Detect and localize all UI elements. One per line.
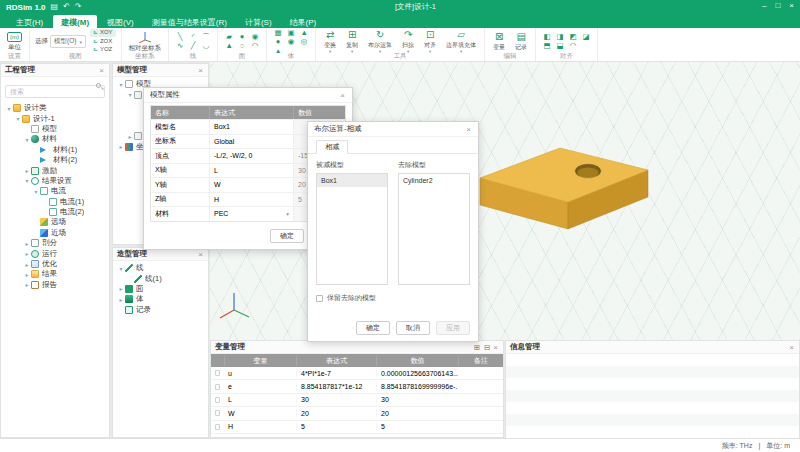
menu-tab[interactable]: 测量值与结果设置(R) — [144, 15, 235, 28]
expander-icon[interactable]: ▾ — [14, 115, 22, 122]
expander-icon[interactable]: ▸ — [117, 285, 125, 292]
expander-icon[interactable]: ▾ — [32, 188, 40, 195]
expander-icon[interactable]: ▾ — [117, 265, 125, 272]
property-expr-cell[interactable]: Global — [209, 135, 293, 149]
face-tool-icon[interactable]: ○ — [240, 42, 245, 50]
tree-item[interactable]: ▾ 电流 — [1, 186, 109, 196]
tool-button[interactable]: ↻ 布尔运算 ▾ — [365, 29, 395, 54]
solid-tool-icon[interactable]: ● — [276, 38, 281, 46]
expander-icon[interactable]: ▾ — [117, 81, 125, 88]
remove-model-list[interactable]: Cylinder2 — [398, 173, 470, 285]
table-row[interactable]: W 20 20 — [211, 407, 503, 420]
table-row[interactable]: L 30 30 — [211, 394, 503, 407]
close-icon[interactable]: × — [197, 66, 204, 75]
row-checkbox[interactable] — [215, 384, 220, 390]
edit-button[interactable]: ⊠ 变量 — [490, 31, 508, 52]
menu-tab[interactable]: 主页(H) — [8, 15, 51, 28]
line-tool-icon[interactable]: ∿ — [177, 42, 183, 50]
ok-button[interactable]: 确定 — [270, 229, 304, 243]
close-icon[interactable]: × — [788, 343, 795, 352]
menu-tab[interactable]: 视图(V) — [99, 15, 142, 28]
variable-expr-cell[interactable]: 4*PI*1e-7 — [296, 370, 376, 377]
solid-tool-icon[interactable]: ▲ — [300, 29, 307, 37]
variable-expr-cell[interactable]: 5 — [296, 423, 376, 430]
property-expr-cell[interactable]: PEC ▾ — [209, 207, 293, 221]
expander-icon[interactable]: ▾ — [23, 177, 31, 184]
expander-icon[interactable]: ▸ — [23, 271, 31, 278]
tree-item[interactable]: ▸ 剖分 — [1, 238, 109, 248]
tool-button[interactable]: ⊞ 复制 ▾ — [343, 29, 361, 54]
close-icon[interactable]: × — [98, 66, 105, 75]
edit-button[interactable]: ▤ 记录 — [512, 31, 530, 52]
tree-item[interactable]: 电流(1) — [1, 197, 109, 207]
list-item[interactable]: Cylinder2 — [399, 174, 469, 187]
redo-icon[interactable]: ↷ — [75, 2, 82, 12]
expander-icon[interactable]: ▾ — [126, 91, 134, 98]
menu-tab[interactable]: 结果(P) — [282, 15, 325, 28]
tree-item[interactable]: ▸ 体 — [113, 294, 208, 304]
align-tool-icon[interactable]: ◩ — [570, 33, 577, 41]
variable-expr-cell[interactable]: 20 — [296, 410, 376, 417]
row-checkbox[interactable] — [215, 424, 220, 430]
menu-tab[interactable]: 计算(S) — [237, 15, 280, 28]
expander-icon[interactable]: ▸ — [23, 167, 31, 174]
minimize-button[interactable]: – — [762, 1, 766, 10]
solid-tool-icon[interactable]: ▦ — [275, 29, 282, 37]
plane-view-button[interactable]: ⊾ XOY — [90, 29, 116, 37]
row-checkbox[interactable] — [215, 410, 220, 416]
expander-icon[interactable]: ▸ — [117, 143, 125, 150]
close-icon[interactable]: × — [465, 125, 472, 134]
line-tool-icon[interactable]: ╱ — [191, 42, 196, 50]
tree-item[interactable]: ▾ 线 — [113, 263, 208, 273]
solid-tool-icon[interactable]: ▣ — [288, 29, 295, 37]
align-tool-icon[interactable]: ⬓ — [557, 42, 564, 50]
solid-tool-icon[interactable]: ◎ — [301, 38, 308, 46]
face-tool-icon[interactable]: ▲ — [225, 42, 232, 50]
apply-button[interactable]: 应用 — [436, 321, 470, 335]
tree-item[interactable]: ▸ 优化 — [1, 259, 109, 269]
table-row[interactable]: e 8.854187817*1e-12 8.8541878169999996e-… — [211, 380, 503, 393]
tree-item[interactable]: ▸ 激励 — [1, 165, 109, 175]
face-tool-icon[interactable]: ● — [240, 33, 245, 41]
property-expr-cell[interactable]: L — [209, 164, 293, 178]
row-checkbox[interactable] — [215, 370, 220, 376]
tree-item[interactable]: ▾ 结果设置 — [1, 176, 109, 186]
line-tool-icon[interactable]: ⌒ — [202, 33, 210, 41]
tree-item[interactable]: 线(1) — [113, 273, 208, 283]
tool-button[interactable]: ↷ 扫掠 ▾ — [399, 29, 417, 54]
cancel-button[interactable]: 取消 — [396, 321, 430, 335]
tree-item[interactable]: 记录 — [113, 305, 208, 315]
close-icon[interactable]: × — [197, 250, 204, 259]
table-row[interactable]: u 4*PI*1e-7 0.00000125663706143... — [211, 367, 503, 380]
variable-expr-cell[interactable]: 30 — [296, 396, 376, 403]
tree-item[interactable]: 远场 — [1, 217, 109, 227]
delete-variable-icon[interactable]: ⊟ — [482, 343, 492, 352]
tree-item[interactable]: ▾ 设计-1 — [1, 113, 109, 123]
save-icon[interactable]: ▤ — [51, 2, 59, 12]
tree-item[interactable]: 模型 — [1, 124, 109, 134]
tree-item[interactable]: ▸ 报告 — [1, 280, 109, 290]
tree-item[interactable]: 材料(1) — [1, 145, 109, 155]
ok-button[interactable]: 确定 — [356, 321, 390, 335]
tree-item[interactable]: 材料(2) — [1, 155, 109, 165]
expander-icon[interactable]: ▸ — [23, 281, 31, 288]
property-expr-cell[interactable]: -L/2, -W/2, 0 — [209, 149, 293, 163]
expander-icon[interactable]: ▸ — [117, 296, 125, 303]
align-tool-icon[interactable]: ◪ — [583, 33, 590, 41]
expander-icon[interactable]: ▸ — [23, 240, 31, 247]
search-input[interactable] — [5, 85, 105, 98]
solid-tool-icon[interactable]: ◉ — [288, 38, 295, 46]
line-tool-icon[interactable]: ╲ — [178, 33, 183, 41]
align-tool-icon[interactable]: ◨ — [557, 33, 564, 41]
expander-icon[interactable]: ▸ — [23, 250, 31, 257]
expander-icon[interactable]: ▾ — [23, 136, 31, 143]
unit-button[interactable]: (m) 单位 — [5, 32, 24, 52]
tree-item[interactable]: ▾ 设计类 — [1, 103, 109, 113]
relative-coordinate-button[interactable]: 相对坐标系 — [127, 31, 164, 53]
expander-icon[interactable]: ▾ — [5, 105, 13, 112]
align-tool-icon[interactable]: ◠ — [570, 42, 577, 50]
align-tool-icon[interactable]: ◧ — [544, 33, 551, 41]
maximize-button[interactable]: □ — [775, 1, 780, 10]
face-tool-icon[interactable]: ◉ — [252, 33, 259, 41]
list-item[interactable]: Box1 — [317, 174, 387, 187]
